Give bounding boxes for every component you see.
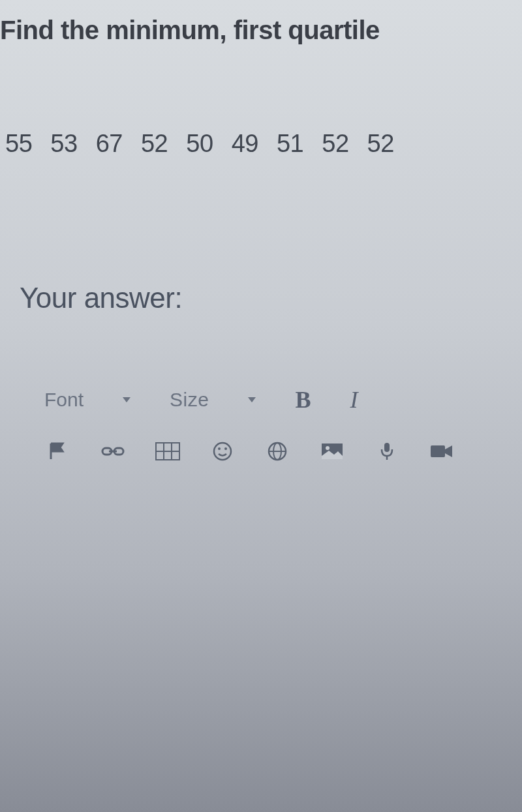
bold-button[interactable]: B <box>295 386 311 414</box>
video-button[interactable] <box>428 440 455 463</box>
image-icon <box>321 443 343 460</box>
italic-button[interactable]: I <box>350 386 358 414</box>
answer-label: Your answer: <box>0 158 522 314</box>
flag-icon <box>50 442 67 460</box>
video-icon <box>430 444 453 459</box>
image-button[interactable] <box>318 440 346 463</box>
size-dropdown-label: Size <box>170 389 209 411</box>
caret-down-icon <box>123 397 130 402</box>
link-icon <box>101 445 125 457</box>
emoji-icon <box>213 442 232 461</box>
question-prompt: Find the minimum, first quartile <box>0 0 522 45</box>
globe-icon <box>268 442 287 461</box>
editor-toolbar: Font Size B I <box>0 386 522 463</box>
toolbar-row-2 <box>44 440 522 463</box>
svg-rect-15 <box>384 443 390 452</box>
question-data-values: 55 53 67 52 50 49 51 52 52 <box>0 45 522 158</box>
table-icon <box>155 442 180 460</box>
flag-button[interactable] <box>44 440 72 463</box>
font-dropdown-label: Font <box>44 389 84 411</box>
font-dropdown[interactable]: Font <box>44 389 130 411</box>
svg-point-14 <box>326 446 330 450</box>
size-dropdown[interactable]: Size <box>170 389 256 411</box>
toolbar-row-1: Font Size B I <box>44 386 522 414</box>
table-button[interactable] <box>154 440 181 463</box>
caret-down-icon <box>248 397 256 402</box>
svg-point-7 <box>214 443 231 460</box>
svg-point-8 <box>218 447 221 450</box>
globe-button[interactable] <box>264 440 291 463</box>
emoji-button[interactable] <box>209 440 236 463</box>
microphone-icon <box>380 442 394 461</box>
link-button[interactable] <box>99 440 127 463</box>
svg-point-9 <box>224 447 227 450</box>
svg-rect-17 <box>431 445 445 457</box>
microphone-button[interactable] <box>373 440 401 463</box>
